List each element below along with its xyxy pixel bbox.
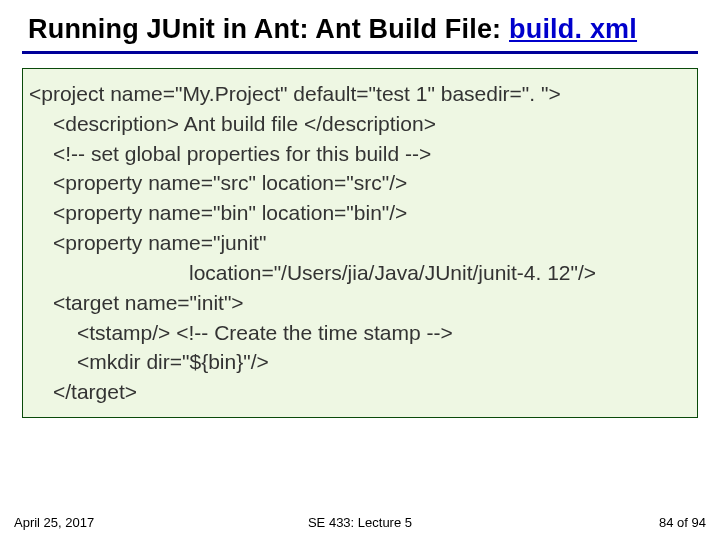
page-title: Running JUnit in Ant: Ant Build File: bu… xyxy=(28,14,698,45)
footer-center: SE 433: Lecture 5 xyxy=(0,515,720,530)
code-line: <!-- set global properties for this buil… xyxy=(29,139,691,169)
code-line: </target> xyxy=(29,377,691,407)
code-line: <project name="My.Project" default="test… xyxy=(29,79,691,109)
code-line: location="/Users/jia/Java/JUnit/junit-4.… xyxy=(29,258,691,288)
code-line: <tstamp/> <!-- Create the time stamp --> xyxy=(29,318,691,348)
code-line: <target name="init"> xyxy=(29,288,691,318)
code-line: <description> Ant build file </descripti… xyxy=(29,109,691,139)
code-line: <property name="junit" xyxy=(29,228,691,258)
footer-page: 84 of 94 xyxy=(659,515,706,530)
title-prefix: Running JUnit in Ant: Ant Build File: xyxy=(28,14,509,44)
title-underline xyxy=(22,51,698,54)
code-line: <mkdir dir="${bin}"/> xyxy=(29,347,691,377)
title-link[interactable]: build. xml xyxy=(509,14,637,44)
code-line: <property name="src" location="src"/> xyxy=(29,168,691,198)
code-box: <project name="My.Project" default="test… xyxy=(22,68,698,418)
slide: Running JUnit in Ant: Ant Build File: bu… xyxy=(0,0,720,540)
code-line: <property name="bin" location="bin"/> xyxy=(29,198,691,228)
